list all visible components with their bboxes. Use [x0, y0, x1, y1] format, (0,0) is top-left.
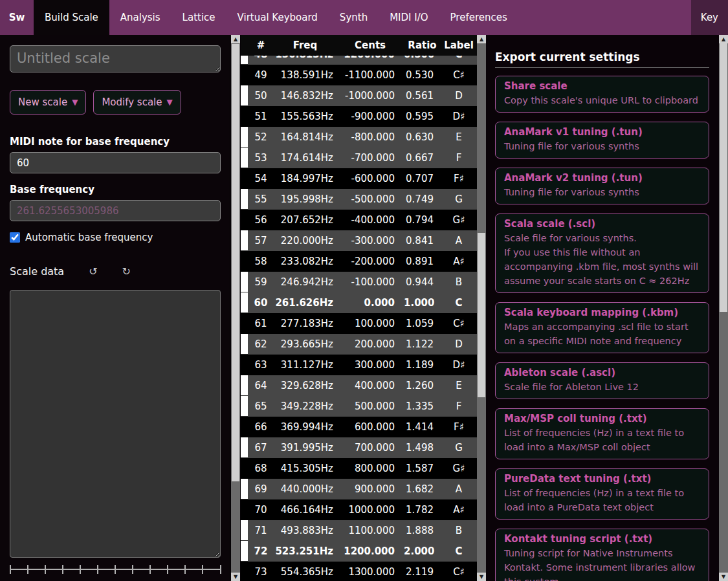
table-scrollbar[interactable]: ▲ ▼	[477, 35, 486, 581]
cell-midi-number: 56	[248, 214, 274, 226]
scroll-down-icon[interactable]: ▼	[231, 573, 240, 581]
table-row[interactable]: 67 391.995Hz 700.000 1.498 G	[241, 437, 477, 458]
export-card-title: Scala keyboard mapping (.kbm)	[504, 305, 700, 320]
tuning-table-header: #FreqCentsRatioLabel	[241, 35, 477, 56]
new-scale-button[interactable]: New scale ▼	[10, 90, 86, 115]
modify-scale-button[interactable]: Modify scale ▼	[93, 90, 181, 115]
cell-note-label: D	[441, 90, 477, 102]
table-row[interactable]: 53 174.614Hz -700.000 0.667 F	[241, 148, 477, 168]
cell-note-label: C	[441, 545, 477, 557]
scroll-down-icon[interactable]: ▼	[477, 573, 486, 581]
table-row[interactable]: 57 220.000Hz -300.000 0.841 A	[241, 230, 477, 251]
cell-frequency: 311.127Hz	[274, 359, 336, 371]
cell-note-label: A♯	[441, 256, 477, 267]
piano-key-stripe	[241, 499, 248, 520]
auto-base-frequency-checkbox[interactable]	[10, 232, 20, 243]
midi-note-label: MIDI note for base frequency	[10, 136, 170, 148]
column-header: Label	[441, 39, 477, 51]
cell-frequency: 493.883Hz	[274, 525, 336, 536]
export-card[interactable]: Share scale Copy this scale's unique URL…	[495, 76, 709, 113]
base-frequency-input[interactable]	[10, 200, 221, 221]
cell-cents: 600.000	[336, 421, 404, 433]
export-panel-scrollbar[interactable]: ▲ ▼	[719, 35, 728, 581]
nav-tabs: Build ScaleAnalysisLatticeVirtual Keyboa…	[34, 0, 518, 35]
export-card[interactable]: Ableton scale (.ascl) Scale file for Abl…	[495, 362, 709, 399]
cell-note-label: F♯	[441, 421, 477, 433]
cell-cents: -600.000	[336, 173, 404, 184]
table-row[interactable]: 72 523.251Hz 1200.000 2.000 C	[241, 541, 477, 562]
auto-base-frequency-row[interactable]: Automatic base frequency	[10, 232, 153, 243]
table-row[interactable]: 52 164.814Hz -800.000 0.630 E	[241, 127, 477, 148]
table-row[interactable]: 69 440.000Hz 900.000 1.682 A	[241, 479, 477, 499]
table-row[interactable]: 59 246.942Hz -100.000 0.944 B	[241, 272, 477, 292]
table-row[interactable]: 55 195.998Hz -500.000 0.749 G	[241, 189, 477, 210]
export-card-title: Scala scale (.scl)	[504, 217, 700, 231]
nav-tab[interactable]: Build Scale	[34, 0, 109, 35]
piano-key-stripe	[241, 127, 248, 148]
export-card[interactable]: Scala scale (.scl) Scale file for variou…	[495, 214, 709, 293]
table-row[interactable]: 50 146.832Hz -1000.000 0.561 D	[241, 85, 477, 106]
scroll-up-icon[interactable]: ▲	[719, 35, 728, 43]
nav-tab[interactable]: Analysis	[109, 0, 171, 35]
export-card[interactable]: AnaMark v1 tuning (.tun) Tuning file for…	[495, 122, 709, 159]
table-row[interactable]: 64 329.628Hz 400.000 1.260 E	[241, 375, 477, 396]
table-row[interactable]: 70 466.164Hz 1000.000 1.782 A♯	[241, 499, 477, 520]
export-card-description: Tuning file for various synths	[504, 139, 700, 153]
table-row[interactable]: 49 138.591Hz -1100.000 0.530 C♯	[241, 65, 477, 85]
export-card[interactable]: Scala keyboard mapping (.kbm) Maps an ac…	[495, 302, 709, 353]
cell-midi-number: 53	[248, 152, 274, 164]
piano-key-stripe	[241, 106, 248, 127]
table-row[interactable]: 68 415.305Hz 800.000 1.587 G♯	[241, 458, 477, 479]
cell-midi-number: 51	[248, 111, 274, 122]
cell-cents: 400.000	[336, 380, 404, 391]
piano-key-stripe	[241, 396, 248, 417]
table-row[interactable]: 54 184.997Hz -600.000 0.707 F♯	[241, 168, 477, 189]
table-row[interactable]: 66 369.994Hz 600.000 1.414 F♯	[241, 417, 477, 437]
cell-midi-number: 59	[248, 276, 274, 288]
cell-cents: 1000.000	[336, 504, 404, 516]
cell-frequency: 466.164Hz	[274, 504, 336, 516]
cell-ratio: 2.119	[404, 566, 441, 578]
redo-icon[interactable]: ↻	[122, 265, 131, 278]
nav-tab[interactable]: Lattice	[171, 0, 226, 35]
undo-icon[interactable]: ↺	[89, 265, 97, 278]
cell-midi-number: 63	[248, 359, 274, 371]
scroll-up-icon[interactable]: ▲	[477, 35, 486, 43]
table-row[interactable]: 51 155.563Hz -900.000 0.595 D♯	[241, 106, 477, 127]
scrollbar-thumb[interactable]	[720, 43, 727, 312]
export-card[interactable]: AnaMark v2 tuning (.tun) Tuning file for…	[495, 168, 709, 204]
tuning-table-rows: 48 130.813Hz -1200.000 0.500 C 49 138.59…	[241, 44, 477, 581]
cell-note-label: F	[441, 400, 477, 412]
left-panel-scrollbar[interactable]: ▲ ▼	[231, 35, 240, 581]
export-card[interactable]: PureData text tuning (.txt) List of freq…	[495, 468, 709, 520]
table-row[interactable]: 71 493.883Hz 1100.000 1.888 B	[241, 520, 477, 541]
cell-frequency: 277.183Hz	[274, 318, 336, 329]
table-row[interactable]: 62 293.665Hz 200.000 1.122 D	[241, 334, 477, 355]
nav-tab[interactable]: Virtual Keyboard	[226, 0, 329, 35]
table-row[interactable]: 61 277.183Hz 100.000 1.059 C♯	[241, 313, 477, 334]
export-card[interactable]: Kontakt tuning script (.txt) Tuning scri…	[495, 529, 709, 581]
scrollbar-thumb[interactable]	[232, 44, 239, 481]
table-row[interactable]: 56 207.652Hz -400.000 0.794 G♯	[241, 210, 477, 230]
nav-tab[interactable]: Synth	[329, 0, 379, 35]
table-row[interactable]: 65 349.228Hz 500.000 1.335 F	[241, 396, 477, 417]
scroll-down-icon[interactable]: ▼	[719, 573, 728, 581]
scale-name-input[interactable]	[10, 45, 221, 72]
table-row[interactable]: 73 554.365Hz 1300.000 2.119 C♯	[241, 562, 477, 581]
nav-tab[interactable]: MIDI I/O	[379, 0, 439, 35]
nav-tab[interactable]: Preferences	[439, 0, 518, 35]
app-logo[interactable]: Sw	[0, 0, 34, 35]
scrollbar-thumb[interactable]	[478, 233, 485, 397]
midi-note-input[interactable]	[10, 152, 221, 173]
cell-cents: 700.000	[336, 442, 404, 454]
table-row[interactable]: 58 233.082Hz -200.000 0.891 A♯	[241, 251, 477, 272]
export-card-title: Ableton scale (.ascl)	[504, 366, 700, 380]
export-card[interactable]: Max/MSP coll tuning (.txt) List of frequ…	[495, 408, 709, 459]
cell-cents: -800.000	[336, 131, 404, 143]
scale-data-textarea[interactable]	[10, 290, 221, 558]
cell-cents: 500.000	[336, 400, 404, 412]
scroll-up-icon[interactable]: ▲	[231, 35, 240, 43]
table-row[interactable]: 63 311.127Hz 300.000 1.189 D♯	[241, 355, 477, 375]
nav-tab-key[interactable]: Key	[691, 0, 728, 35]
table-row[interactable]: 60 261.626Hz 0.000 1.000 C	[241, 292, 477, 313]
